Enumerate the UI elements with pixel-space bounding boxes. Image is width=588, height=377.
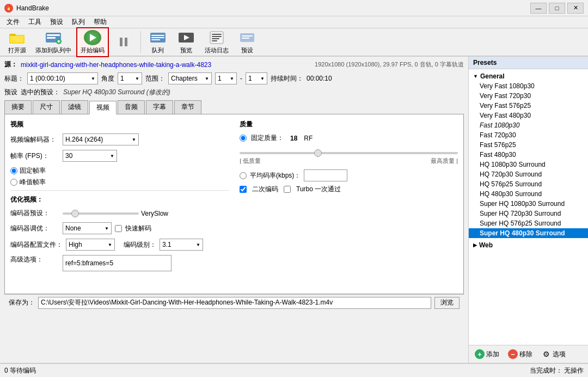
preview-button[interactable]: 预览 [173, 28, 200, 57]
preset-fast-1080p30[interactable]: Fast 1080p30 [469, 120, 588, 130]
fps-dropdown[interactable]: 30 ▼ [63, 150, 117, 162]
tab-video[interactable]: 视频 [89, 101, 117, 114]
menu-help[interactable]: 帮助 [89, 16, 111, 28]
range-dropdown-arrow: ▼ [205, 76, 209, 81]
bitrate-input[interactable] [304, 169, 347, 181]
encoder-level-dropdown[interactable]: 3.1 ▼ [160, 239, 203, 251]
bitrate-row: 平均码率(kbps)： [240, 169, 458, 181]
encoder-profile-dropdown[interactable]: High ▼ [66, 239, 115, 251]
left-column: 视频 视频编解码器： H.264 (x264) ▼ 帧率 (FPS)： 30 ▼ [10, 120, 229, 276]
tab-dimensions[interactable]: 尺寸 [33, 100, 60, 114]
encoder-preset-value: VerySlow [141, 210, 168, 217]
quality-section-title: 质量 [240, 120, 458, 129]
codec-dropdown[interactable]: H.264 (x264) ▼ [63, 133, 139, 145]
peak-fps-radio[interactable] [10, 179, 17, 186]
web-group-label: Web [479, 241, 493, 249]
twopass-checkbox[interactable] [240, 186, 247, 193]
preset-very-fast-480p30[interactable]: Very Fast 480p30 [469, 111, 588, 120]
complete-label: 当完成时： [530, 367, 562, 374]
quality-slider[interactable] [240, 152, 458, 154]
preset-hq-480p30-surround[interactable]: HQ 480p30 Surround [469, 189, 588, 199]
preset-fast-576p25[interactable]: Fast 576p25 [469, 140, 588, 150]
low-quality-label: | 低质量 [240, 157, 261, 165]
preset-very-fast-576p25[interactable]: Very Fast 576p25 [469, 101, 588, 111]
tab-filters[interactable]: 滤镜 [61, 100, 88, 114]
right-column: 质量 固定质量： 18 RF | 低质量 最高质量 | [240, 120, 458, 276]
preset-super-hq-720p30-surround[interactable]: Super HQ 720p30 Surround [469, 209, 588, 218]
turbo-checkbox[interactable] [284, 186, 291, 193]
encoder-preset-slider[interactable] [63, 212, 139, 215]
menu-presets[interactable]: 预设 [46, 16, 68, 28]
svg-rect-11 [120, 38, 122, 46]
twopass-label: 二次编码 [252, 185, 278, 194]
content-area: 源： mixkit-girl-dancing-with-her-headphon… [0, 57, 468, 363]
preset-super-hq-576p25-surround[interactable]: Super HQ 576p25 Surround [469, 218, 588, 228]
preset-fast-720p30[interactable]: Fast 720p30 [469, 130, 588, 140]
menu-queue[interactable]: 队列 [68, 16, 89, 28]
svg-rect-16 [151, 39, 160, 40]
maximize-button[interactable]: □ [549, 3, 565, 14]
encode-options-row: 二次编码 Turbo 一次通过 [240, 185, 458, 194]
preset-very-fast-1080p30[interactable]: Very Fast 1080p30 [469, 81, 588, 91]
fast-decode-checkbox[interactable] [115, 225, 122, 232]
open-source-button[interactable]: 打开源 [3, 28, 30, 57]
encoder-tune-dropdown[interactable]: None ▼ [63, 222, 112, 234]
preset-fast-480p30[interactable]: Fast 480p30 [469, 150, 588, 160]
duration-value: 00:00:10 [307, 75, 332, 82]
range-separator: - [240, 75, 242, 82]
browse-button[interactable]: 浏览 [434, 297, 460, 309]
preset-hq-720p30-surround[interactable]: HQ 720p30 Surround [469, 169, 588, 179]
slider-labels: | 低质量 最高质量 | [240, 157, 458, 165]
tab-subtitles[interactable]: 字幕 [146, 100, 173, 114]
chapter-from-dropdown[interactable]: 1 ▼ [215, 72, 237, 84]
remove-preset-button[interactable]: − 移除 [505, 348, 535, 361]
fixed-fps-radio[interactable] [10, 167, 17, 174]
pause-button[interactable] [110, 32, 137, 52]
preset-group-general[interactable]: ▼ General [469, 71, 588, 81]
window-controls[interactable]: — □ ✕ [530, 3, 584, 14]
codec-row: 视频编解码器： H.264 (x264) ▼ [10, 133, 229, 145]
menu-file[interactable]: 文件 [2, 16, 24, 28]
save-path-input[interactable] [38, 297, 431, 309]
activity-log-button[interactable]: 活动日志 [201, 28, 232, 57]
encoder-preset-row: 编码器预设： VerySlow [10, 209, 229, 218]
tab-audio[interactable]: 音频 [118, 100, 145, 114]
advanced-input[interactable] [63, 255, 171, 271]
minimize-button[interactable]: — [530, 3, 547, 14]
queue-icon [149, 30, 167, 45]
preset-super-hq-1080p30-surround[interactable]: Super HQ 1080p30 Surround [469, 199, 588, 209]
presets-button[interactable]: 预设 [234, 28, 261, 57]
high-quality-label: 最高质量 | [431, 157, 458, 165]
start-encode-button[interactable]: 开始编码 [76, 27, 109, 57]
advanced-label: 高级选项： [10, 255, 59, 264]
queue-button[interactable]: 队列 [144, 28, 171, 57]
preset-very-fast-720p30[interactable]: Very Fast 720p30 [469, 91, 588, 101]
chapter-to-dropdown[interactable]: 1 ▼ [246, 72, 267, 84]
angle-dropdown[interactable]: 1 ▼ [118, 72, 142, 84]
add-preset-label: 添加 [486, 350, 499, 359]
close-button[interactable]: ✕ [567, 3, 584, 14]
encoder-level-label: 编码级别： [124, 240, 156, 250]
start-icon [84, 30, 101, 45]
svg-rect-4 [47, 34, 60, 36]
add-queue-button[interactable]: 添加到队列中 [32, 28, 75, 57]
add-queue-icon [45, 30, 62, 45]
add-preset-button[interactable]: + 添加 [472, 348, 502, 361]
bitrate-radio[interactable] [240, 172, 247, 179]
range-dropdown[interactable]: Chapters ▼ [168, 72, 212, 84]
title-dropdown[interactable]: 1 (00:00:10) ▼ [27, 72, 98, 84]
preset-hq-1080p30-surround[interactable]: HQ 1080p30 Surround [469, 160, 588, 169]
preset-options-button[interactable]: ⚙ 选项 [538, 348, 568, 361]
menu-tools[interactable]: 工具 [24, 16, 46, 28]
preview-label: 预览 [180, 46, 192, 54]
preset-hq-576p25-surround[interactable]: HQ 576p25 Surround [469, 179, 588, 189]
cq-radio[interactable] [240, 135, 247, 142]
web-group-header[interactable]: ▶ Web [469, 240, 588, 250]
save-bar: 保存为： 浏览 [4, 294, 464, 311]
source-path: mixkit-girl-dancing-with-her-headphones-… [21, 61, 311, 69]
title-row: 标题： 1 (00:00:10) ▼ 角度 1 ▼ 范围： Chapters ▼… [4, 72, 464, 84]
preset-super-hq-480p30-surround[interactable]: Super HQ 480p30 Surround [469, 228, 588, 238]
tab-summary[interactable]: 摘要 [4, 100, 32, 114]
peak-fps-label: 峰值帧率 [20, 178, 46, 187]
tab-chapters[interactable]: 章节 [174, 100, 201, 114]
